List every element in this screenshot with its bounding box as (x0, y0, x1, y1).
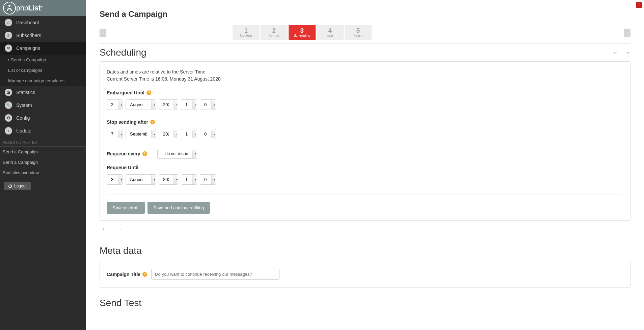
page-title: Send a Campaign (93, 0, 637, 25)
recent-header: RECENTLY VISITED (0, 137, 86, 147)
subnav-list-campaigns[interactable]: List of campaigns (0, 65, 86, 76)
nav-dashboard[interactable]: ⌂ Dashboard (0, 16, 86, 29)
chevron-right-icon: › (8, 57, 9, 62)
meta-heading: Meta data (93, 237, 637, 261)
sidebar: phpList® ⌂ Dashboard ☺ Subscribers ✉ Cam… (0, 0, 86, 324)
wrench-icon: 🔧 (5, 101, 12, 109)
requeue-min-select[interactable]: 00 (200, 174, 216, 185)
stop-day-select[interactable]: 7 (107, 129, 123, 139)
embargoed-month-select[interactable]: August (126, 99, 156, 110)
embargoed-hour-select[interactable]: 12 (181, 99, 197, 110)
wizard-nav: ‹ 1 Content 2 Format 3 Scheduling 4 List… (93, 25, 637, 40)
requeue-every-select[interactable]: -- do not requeue (157, 149, 197, 159)
requeue-every-label: Requeue every (107, 151, 140, 156)
embargoed-label: Embargoed Until (107, 90, 144, 95)
gear-icon: ⚙ (5, 114, 12, 122)
home-icon: ⌂ (5, 19, 12, 26)
help-icon[interactable]: ? (150, 120, 155, 124)
nav-campaigns-label: Campaigns (16, 46, 40, 51)
wizard-step-lists[interactable]: 4 Lists (317, 25, 344, 40)
save-continue-button[interactable]: Save and continue editing (147, 202, 210, 214)
main-content: Send a Campaign ‹ 1 Content 2 Format 3 S… (86, 0, 644, 324)
requeue-month-select[interactable]: August (126, 174, 156, 185)
stop-month-select[interactable]: September (126, 129, 156, 139)
stop-year-select[interactable]: 2020 (159, 129, 178, 139)
section-prev-arrow[interactable]: ← (612, 49, 618, 56)
bottom-next-arrow[interactable]: → (116, 226, 122, 233)
section-next-arrow[interactable]: → (624, 49, 630, 56)
campaigns-submenu: › Send a Campaign List of campaigns Mana… (0, 55, 86, 86)
subnav-manage-templates[interactable]: Manage campaign templates (0, 76, 86, 86)
recent-item[interactable]: Statistics overview (0, 168, 86, 178)
scheduling-heading: Scheduling (100, 47, 612, 58)
server-time-note-2: Current Server Time is 16:08, Monday 31 … (107, 76, 623, 83)
user-icon: ☺ (5, 32, 12, 39)
requeue-day-select[interactable]: 31 (107, 174, 123, 185)
nav-subscribers[interactable]: ☺ Subscribers (0, 29, 86, 42)
embargoed-day-select[interactable]: 31 (107, 99, 123, 110)
nav-update-label: Update (16, 128, 31, 133)
embargoed-min-select[interactable]: 00 (200, 99, 216, 110)
wizard-step-finish[interactable]: 5 Finish (345, 25, 372, 40)
nav-subscribers-label: Subscribers (16, 33, 41, 38)
nav-statistics-label: Statistics (16, 90, 35, 95)
plus-icon: ＋ (5, 127, 12, 134)
nav-system-label: System (16, 102, 32, 108)
svg-point-1 (8, 5, 10, 7)
power-icon: ⏻ (8, 184, 12, 188)
stop-hour-select[interactable]: 12 (181, 129, 197, 139)
wizard-step-content[interactable]: 1 Content (233, 25, 260, 40)
bottom-prev-arrow[interactable]: ← (102, 226, 108, 233)
nav-update[interactable]: ＋ Update (0, 124, 86, 137)
stop-label: Stop sending after (107, 119, 148, 125)
wizard-prev-button[interactable]: ‹ (100, 29, 106, 37)
save-draft-button[interactable]: Save as draft (107, 202, 145, 214)
requeue-year-select[interactable]: 2020 (159, 174, 178, 185)
wizard-next-button[interactable]: › (624, 29, 630, 37)
campaign-title-input[interactable] (151, 269, 279, 280)
requeue-until-label: Requeue Until (107, 165, 138, 170)
notification-badge[interactable]: ❗ (636, 2, 642, 8)
wizard-step-scheduling[interactable]: 3 Scheduling (289, 25, 316, 40)
logout-button[interactable]: ⏻ Logout (4, 182, 31, 190)
stats-icon: ◕ (5, 89, 12, 96)
nav-system[interactable]: 🔧 System (0, 99, 86, 112)
campaign-title-label: Campaign Title (107, 272, 140, 277)
brand-name: phpList® (16, 4, 43, 12)
scheduling-panel: Dates and times are relative to the Serv… (100, 61, 630, 221)
nav-config-label: Config (16, 115, 30, 121)
recent-item[interactable]: Send a Campaign (0, 147, 86, 157)
brand-icon (3, 1, 16, 15)
server-time-note-1: Dates and times are relative to the Serv… (107, 68, 623, 76)
nav-dashboard-label: Dashboard (16, 20, 39, 25)
requeue-hour-select[interactable]: 12 (181, 174, 197, 185)
embargoed-year-select[interactable]: 2020 (159, 99, 178, 110)
help-icon[interactable]: ? (142, 272, 147, 277)
nav-campaigns[interactable]: ✉ Campaigns (0, 42, 86, 55)
stop-min-select[interactable]: 00 (200, 129, 216, 139)
help-icon[interactable]: ? (146, 90, 151, 95)
subnav-send-campaign[interactable]: › Send a Campaign (0, 55, 86, 65)
recent-item[interactable]: Send a Campaign (0, 157, 86, 168)
nav-statistics[interactable]: ◕ Statistics (0, 86, 86, 99)
wizard-step-format[interactable]: 2 Format (261, 25, 288, 40)
brand-header[interactable]: phpList® (0, 0, 86, 16)
meta-panel: Campaign Title ? (100, 261, 630, 288)
envelope-icon: ✉ (5, 44, 12, 52)
help-icon[interactable]: ? (142, 151, 147, 156)
nav-config[interactable]: ⚙ Config (0, 112, 86, 124)
send-test-heading: Send Test (93, 288, 637, 310)
